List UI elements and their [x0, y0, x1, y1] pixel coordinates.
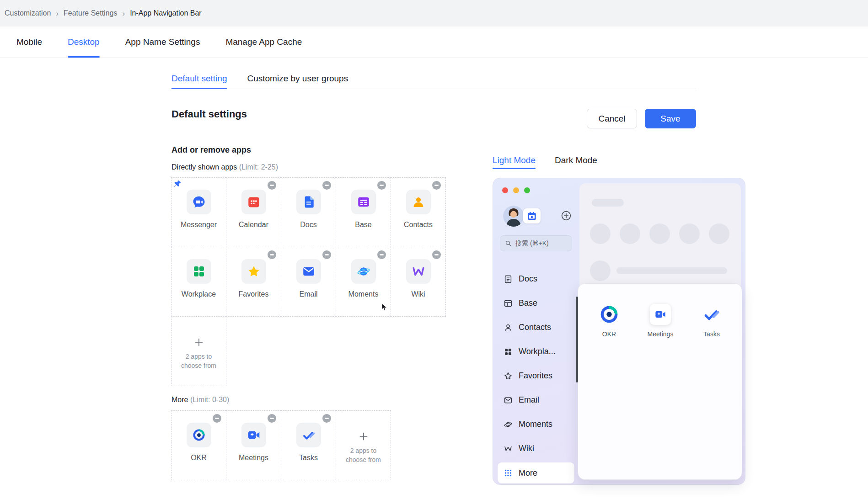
wiki-icon	[406, 259, 431, 284]
desktop-preview: 搜索 (⌘+K) Docs Base Contacts Workpla... F…	[493, 178, 745, 485]
favorites-icon	[504, 372, 513, 381]
app-label: OKR	[191, 454, 207, 462]
remove-icon[interactable]	[213, 414, 221, 423]
placeholder-bar	[592, 199, 624, 207]
placeholder-bar	[616, 267, 727, 274]
app-label: Email	[299, 290, 317, 298]
contacts-icon	[504, 323, 513, 332]
remove-icon[interactable]	[377, 250, 386, 259]
base-icon	[504, 299, 513, 308]
app-label: Favorites	[239, 290, 269, 298]
remove-icon[interactable]	[432, 250, 441, 259]
preview-sidebar-item-workplace: Workpla...	[498, 340, 574, 364]
app-tile-favorites[interactable]: Favorites	[226, 247, 281, 317]
breadcrumb-item-customization[interactable]: Customization	[5, 9, 51, 17]
remove-icon[interactable]	[268, 414, 276, 423]
remove-icon[interactable]	[268, 250, 276, 259]
base-icon	[351, 190, 376, 214]
add-apps-text: 2 apps to choose from	[345, 446, 382, 464]
plus-icon	[358, 431, 369, 442]
app-label: Workplace	[182, 290, 216, 298]
more-grid-icon	[504, 468, 513, 478]
subtab-default-setting[interactable]: Default setting	[171, 68, 227, 89]
placeholder-circle	[590, 260, 611, 281]
app-tile-calendar[interactable]: Calendar	[226, 177, 281, 247]
app-tile-base[interactable]: Base	[336, 177, 391, 247]
sidebar-label: Docs	[519, 274, 537, 284]
more-apps-grid: OKR Meetings Tasks 2 apps to choose from	[171, 411, 391, 480]
remove-icon[interactable]	[268, 181, 276, 190]
preview-search-input: 搜索 (⌘+K)	[500, 235, 572, 251]
tasks-icon	[296, 423, 321, 447]
app-tile-email[interactable]: Email	[281, 247, 336, 317]
remove-icon[interactable]	[322, 414, 331, 423]
add-apps-tile-direct[interactable]: 2 apps to choose from	[171, 316, 226, 386]
app-label: Docs	[300, 221, 316, 229]
save-button[interactable]: Save	[645, 109, 696, 128]
app-tile-workplace[interactable]: Workplace	[171, 247, 226, 317]
app-tile-contacts[interactable]: Contacts	[391, 177, 446, 247]
remove-icon[interactable]	[322, 250, 331, 259]
sidebar-label: Favorites	[519, 371, 552, 381]
sidebar-label: Wiki	[519, 444, 534, 453]
subtab-customize-by-user-groups[interactable]: Customize by user groups	[247, 68, 348, 89]
okr-icon	[599, 304, 619, 325]
email-icon	[504, 396, 513, 405]
app-label: Moments	[348, 290, 379, 298]
pin-icon	[172, 179, 182, 189]
tab-mobile[interactable]: Mobile	[16, 27, 42, 58]
preview-mode-tabs: Light Mode Dark Mode	[493, 152, 597, 169]
more-apps-label: More (Limit: 0-30)	[171, 396, 229, 404]
preview-sidebar-item-docs: Docs	[498, 267, 574, 291]
avatar	[503, 206, 524, 227]
breadcrumb: Customization › Feature Settings › In-Ap…	[0, 0, 868, 27]
directly-shown-apps-label: Directly shown apps (Limit: 2-25)	[171, 163, 278, 171]
favorites-icon	[241, 259, 266, 284]
workplace-icon	[504, 347, 513, 356]
moments-icon	[351, 259, 376, 284]
contacts-icon	[406, 190, 431, 214]
app-tile-okr[interactable]: OKR	[171, 410, 226, 480]
admin-console-page: Customization › Feature Settings › In-Ap…	[0, 0, 868, 499]
app-label: Messenger	[181, 221, 217, 229]
window-traffic-lights	[502, 187, 530, 193]
remove-icon[interactable]	[322, 181, 331, 190]
app-tile-meetings[interactable]: Meetings	[226, 410, 281, 480]
app-tile-messenger[interactable]: Messenger	[171, 177, 226, 247]
tab-manage-app-cache[interactable]: Manage App Cache	[225, 27, 302, 58]
popup-app-label: Tasks	[703, 330, 720, 338]
directly-shown-apps-grid: Messenger Calendar Docs Base	[171, 178, 446, 386]
app-label: Meetings	[239, 454, 268, 462]
preview-sidebar-item-base: Base	[498, 291, 574, 315]
app-tile-tasks[interactable]: Tasks	[281, 410, 336, 480]
sidebar-label: Contacts	[519, 323, 551, 332]
remove-icon[interactable]	[432, 181, 441, 190]
cancel-button[interactable]: Cancel	[587, 109, 637, 128]
sub-tabbar: Default setting Customize by user groups	[171, 68, 697, 89]
add-apps-tile-more[interactable]: 2 apps to choose from	[336, 410, 391, 480]
sidebar-label: Workpla...	[519, 347, 556, 356]
section-title-add-remove-apps: Add or remove apps	[171, 145, 251, 155]
meetings-icon	[241, 423, 266, 447]
remove-icon[interactable]	[377, 181, 386, 190]
minimize-icon	[513, 187, 519, 193]
popup-app-label: Meetings	[648, 330, 674, 338]
breadcrumb-item-feature-settings[interactable]: Feature Settings	[64, 9, 117, 17]
tab-light-mode[interactable]: Light Mode	[493, 152, 536, 169]
app-tile-docs[interactable]: Docs	[281, 177, 336, 247]
preview-sidebar: Docs Base Contacts Workpla... Favorites …	[498, 267, 574, 483]
app-tile-wiki[interactable]: Wiki	[391, 247, 446, 317]
tab-dark-mode[interactable]: Dark Mode	[555, 152, 597, 169]
tab-desktop[interactable]: Desktop	[68, 27, 100, 58]
docs-icon	[504, 275, 513, 284]
direct-label: Directly shown apps	[171, 163, 237, 171]
sidebar-label: Email	[519, 395, 539, 405]
sidebar-label: Moments	[519, 419, 552, 429]
tab-app-name-settings[interactable]: App Name Settings	[125, 27, 200, 58]
okr-icon	[187, 423, 211, 447]
popup-app-tasks: Tasks	[703, 304, 720, 338]
popup-app-label: OKR	[602, 330, 616, 338]
app-label: Base	[355, 221, 371, 229]
calendar-mini-icon	[523, 208, 541, 223]
chevron-right-icon: ›	[56, 10, 59, 17]
